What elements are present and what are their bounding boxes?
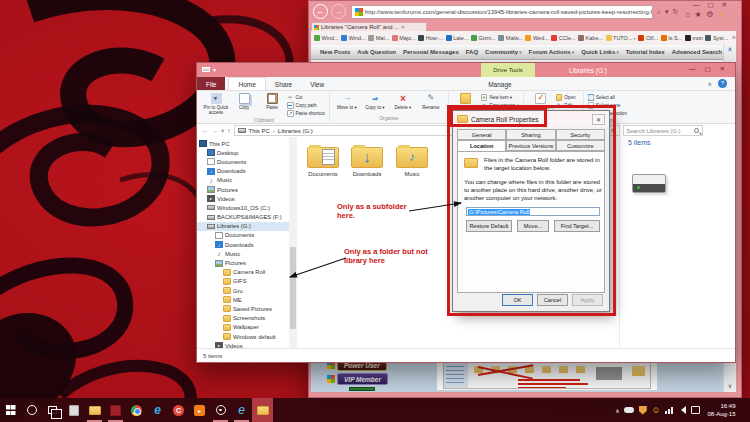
tree-item[interactable]: Videos: [197, 341, 289, 348]
favorite-item[interactable]: CCle...: [551, 35, 575, 41]
forum-nav-item[interactable]: FAQ: [466, 49, 478, 55]
forum-nav-item[interactable]: New Posts: [320, 49, 350, 55]
tree-item[interactable]: Gru: [197, 286, 289, 295]
nav-history-dropdown-icon[interactable]: ▾: [221, 127, 224, 135]
minimize-icon[interactable]: —: [689, 66, 696, 73]
tree-item[interactable]: Videos: [197, 194, 289, 203]
close-icon[interactable]: ✕: [720, 66, 725, 73]
tree-item[interactable]: Windows default: [197, 332, 289, 341]
network[interactable]: [665, 407, 673, 414]
tree-item[interactable]: Downloads: [197, 167, 289, 176]
task-view-button[interactable]: [42, 398, 63, 422]
forum-nav-item[interactable]: Community: [485, 49, 522, 55]
ribbon-button-copy-path[interactable]: Copy path: [287, 102, 325, 109]
nav-up-icon[interactable]: ↑: [227, 127, 230, 134]
photos-app[interactable]: [105, 398, 126, 422]
favorite-item[interactable]: Malw...: [498, 35, 523, 41]
home-icon[interactable]: ⌂: [685, 11, 690, 19]
ribbon-button-paste[interactable]: Paste: [259, 93, 285, 110]
feedback-smiley-icon[interactable]: ☺: [718, 11, 726, 19]
breadcrumb-root[interactable]: This PC: [249, 128, 270, 134]
forum-nav-item[interactable]: Personal Messages: [403, 49, 459, 55]
drive-tools-contextual-tab[interactable]: Drive Tools: [481, 63, 535, 77]
ribbon-button-copy-to[interactable]: Copy to ▾: [362, 93, 388, 110]
nav-back-icon[interactable]: ←: [202, 127, 209, 134]
address-bar[interactable]: http://www.tenforums.com/general-discuss…: [351, 5, 653, 19]
browser-back-button[interactable]: ←: [313, 4, 328, 19]
maximize-icon[interactable]: ▢: [704, 66, 710, 73]
cortana-button[interactable]: [21, 398, 42, 422]
favorite-item[interactable]: Clif...: [638, 35, 658, 41]
tree-item[interactable]: Desktop: [197, 148, 289, 157]
forum-nav-item[interactable]: Tutorial Index: [626, 49, 665, 55]
favorites-star-icon[interactable]: ★: [694, 11, 701, 19]
address-bar-buttons[interactable]: ⌕▾↻: [657, 8, 678, 16]
refresh-icon[interactable]: ↻: [672, 8, 678, 16]
breadcrumb-location[interactable]: Libraries (G:): [278, 128, 313, 134]
favorite-item[interactable]: Wind...: [341, 35, 366, 41]
ribbon-button-pin-to-quick-access[interactable]: Pin to Quick access: [203, 93, 229, 115]
tree-item[interactable]: Screenshots: [197, 314, 289, 323]
ribbon-tab[interactable]: Home: [228, 77, 265, 90]
ribbon-tab[interactable]: Share: [266, 77, 301, 90]
folder-item[interactable]: Downloads: [345, 144, 389, 177]
favorite-item[interactable]: Kabe...: [578, 35, 603, 41]
edge[interactable]: [147, 398, 168, 422]
favorite-item[interactable]: Majo...: [392, 35, 416, 41]
favorite-item[interactable]: Late...: [446, 35, 469, 41]
smiley[interactable]: [651, 405, 660, 415]
attached-screenshot-thumbnail[interactable]: [443, 361, 651, 389]
navigation-pane-scrollbar[interactable]: [289, 137, 297, 348]
scroll-up-icon[interactable]: ∧: [724, 45, 736, 52]
tree-item[interactable]: BACKUPS&IMAGES (F:): [197, 213, 289, 222]
nav-forward-icon[interactable]: →: [212, 127, 219, 134]
advanced-search-link[interactable]: Advanced Search: [672, 49, 722, 55]
scrollbar-thumb[interactable]: [290, 247, 296, 329]
favorite-item[interactable]: How-...: [418, 35, 443, 41]
tab-close-icon[interactable]: [401, 24, 405, 30]
quick-access-toolbar[interactable]: ▾: [202, 66, 216, 73]
pinned-app[interactable]: [63, 398, 84, 422]
tree-item[interactable]: ME: [197, 295, 289, 304]
forum-nav-item[interactable]: Ask Question: [357, 49, 396, 55]
tree-item[interactable]: Pictures: [197, 258, 289, 267]
maximize-icon[interactable]: ▢: [707, 2, 713, 9]
explorer-search-input[interactable]: Search Libraries (G:): [623, 125, 703, 136]
favorite-item[interactable]: Syst...: [705, 35, 728, 41]
ribbon-tab[interactable]: Manage: [479, 77, 521, 90]
internet-explorer[interactable]: [231, 398, 252, 422]
favorite-item[interactable]: mon: [685, 35, 703, 41]
minimize-icon[interactable]: —: [693, 2, 700, 9]
explorer-window[interactable]: [252, 398, 273, 422]
file-explorer[interactable]: [84, 398, 105, 422]
favorite-item[interactable]: Is S...: [661, 35, 683, 41]
ribbon-button-new-item[interactable]: New item ▾: [481, 94, 519, 101]
browser-tab[interactable]: Libraries "Camera Roll" and ...: [311, 22, 427, 31]
taskbar-clock[interactable]: 16:49 08-Aug-15: [704, 402, 738, 418]
forum-nav-item[interactable]: Quick Links: [581, 49, 619, 55]
help-icon[interactable]: ?: [718, 79, 727, 88]
folder-item[interactable]: Music: [390, 144, 434, 177]
ribbon-tab[interactable]: File: [197, 77, 225, 90]
media-app[interactable]: [189, 398, 210, 422]
ribbon-button-open[interactable]: Open: [556, 94, 579, 101]
ccleaner[interactable]: [168, 398, 189, 422]
start-button[interactable]: [0, 398, 21, 422]
tree-item[interactable]: Pictures: [197, 185, 289, 194]
search-icon[interactable]: ⌕: [657, 8, 661, 16]
favorite-item[interactable]: Gizm...: [471, 35, 496, 41]
tree-item[interactable]: This PC: [197, 139, 289, 148]
favorite-item[interactable]: TUTO...: [606, 35, 636, 41]
qat-dropdown-icon[interactable]: ▾: [213, 66, 216, 73]
volume[interactable]: [677, 406, 686, 414]
tree-item[interactable]: Wallpaper: [197, 323, 289, 332]
scroll-down-icon[interactable]: ∨: [724, 382, 736, 389]
onedrive-cloud[interactable]: [624, 407, 634, 413]
chrome[interactable]: [126, 398, 147, 422]
tree-item[interactable]: Documents: [197, 157, 289, 166]
settings-gear-icon[interactable]: ⚙: [706, 11, 713, 19]
favorite-item[interactable]: Wind...: [314, 35, 339, 41]
tree-item[interactable]: Windows10_OS (C:): [197, 203, 289, 212]
favorite-item[interactable]: Mal...: [368, 35, 389, 41]
tree-item[interactable]: Camera Roll: [197, 268, 289, 277]
